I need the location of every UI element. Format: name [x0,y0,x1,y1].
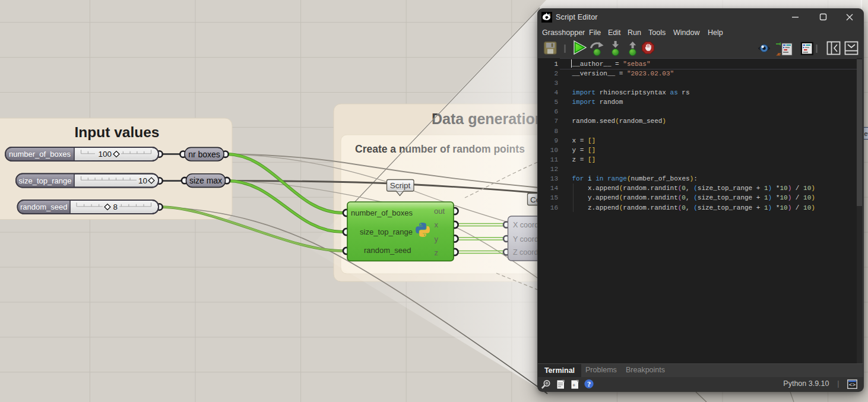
svg-text:et: et [864,130,868,137]
svg-text:y: y [435,235,439,243]
svg-text:nr boxes: nr boxes [188,150,220,159]
svg-text:Script: Script [390,181,411,190]
svg-text:?: ? [587,379,591,388]
svg-text:random_seed: random_seed [364,246,411,255]
svg-text:Input values: Input values [75,124,160,140]
svg-text:8: 8 [113,202,118,211]
svg-text:random_seed: random_seed [20,202,68,211]
svg-text:<>: <> [848,382,856,388]
svg-text:X coord: X coord [513,221,538,229]
svg-text:+: + [572,383,575,389]
svg-text:number_of_boxes: number_of_boxes [351,208,413,217]
svg-text:Y coord: Y coord [513,235,538,243]
svg-text:size_top_range: size_top_range [19,176,72,185]
svg-text:size_top_range: size_top_range [360,227,413,236]
svg-text:10: 10 [138,176,147,185]
svg-text:number_of_boxes: number_of_boxes [9,150,71,159]
svg-text:out: out [434,207,445,216]
svg-text:100: 100 [98,150,112,159]
svg-text:z: z [435,248,439,257]
svg-text:size max: size max [189,176,222,185]
svg-text:Z coord: Z coord [513,248,538,257]
svg-text:x: x [435,220,439,229]
